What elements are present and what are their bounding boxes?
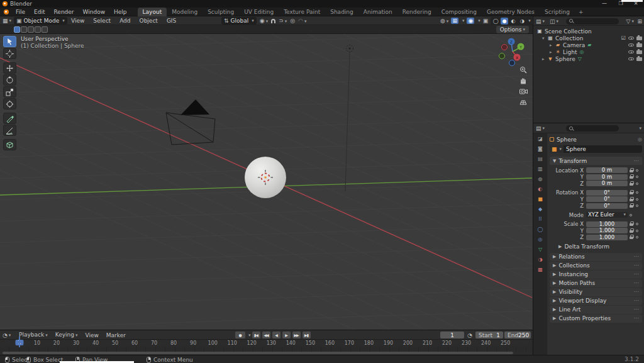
outliner-search-input[interactable] — [566, 18, 619, 25]
playback-button[interactable]: ▮◀ — [252, 332, 260, 338]
menu-item[interactable]: Render — [50, 8, 79, 16]
ruler-tick[interactable]: 230 — [462, 340, 471, 346]
workspace-tab[interactable]: Compositing — [436, 8, 482, 16]
panel-options-icon[interactable]: ··· — [633, 280, 639, 286]
outliner-row[interactable]: Scene Collection — [533, 28, 644, 35]
ruler-tick[interactable]: 110 — [228, 340, 237, 346]
select-mode-intersect[interactable] — [42, 26, 48, 33]
ruler-tick[interactable]: 180 — [364, 340, 374, 346]
expand-caret-icon[interactable] — [550, 50, 555, 55]
navigation-gizmo[interactable]: Z Y X — [496, 35, 529, 68]
object-visibility-dropdown[interactable]: ◍▾ — [440, 18, 448, 24]
animate-dot-icon[interactable] — [630, 214, 632, 216]
menu-item[interactable]: Edit — [30, 8, 49, 16]
animate-dot-icon[interactable] — [636, 176, 638, 178]
tool-cursor[interactable] — [3, 48, 16, 59]
animate-dot-icon[interactable] — [636, 182, 638, 185]
animate-dot-icon[interactable] — [636, 236, 638, 238]
lock-icon[interactable] — [630, 174, 634, 179]
lock-icon[interactable] — [630, 235, 634, 240]
outliner-display-mode[interactable]: ▤▾ — [536, 16, 545, 26]
expand-caret-icon[interactable] — [550, 43, 555, 48]
frame-start-field[interactable]: Start1 — [475, 332, 503, 338]
animate-dot-icon[interactable] — [636, 191, 638, 194]
ruler-tick[interactable]: 60 — [131, 340, 138, 346]
timeline-menu-item[interactable]: Playback▾ — [15, 330, 52, 340]
panel-options-icon[interactable]: ··· — [633, 158, 639, 164]
workspace-tab[interactable]: Shading — [325, 8, 358, 16]
menu-item[interactable]: Window — [79, 8, 110, 16]
properties-section-header[interactable]: ▶Line Art ··· — [550, 306, 642, 314]
ruler-tick[interactable]: 20 — [53, 340, 60, 346]
tool-rotate[interactable] — [3, 74, 16, 86]
panel-options-icon[interactable]: ··· — [633, 271, 639, 277]
ruler-tick[interactable]: 100 — [208, 340, 218, 346]
outliner-row[interactable]: Camera — [533, 42, 644, 48]
workspace-tab[interactable]: Geometry Nodes — [482, 8, 540, 16]
ruler-tick[interactable]: 40 — [92, 340, 99, 346]
properties-search-input[interactable] — [566, 125, 619, 131]
animate-dot-icon[interactable] — [636, 198, 638, 201]
ruler-tick[interactable]: 50 — [112, 340, 118, 346]
timeline-scrollbar[interactable] — [3, 352, 513, 354]
panel-options-icon[interactable]: ··· — [633, 254, 639, 260]
outliner-filter-dropdown[interactable]: ▽▾ — [626, 16, 634, 26]
animate-dot-icon[interactable] — [636, 223, 638, 225]
outliner-filter-mode[interactable]: ◫▾ — [550, 16, 558, 26]
playback-button[interactable]: ▶▶ — [292, 332, 301, 338]
lock-icon[interactable] — [630, 181, 634, 186]
viewport-menu-item[interactable]: Select — [89, 16, 115, 25]
playback-button[interactable]: ◀ — [272, 332, 280, 338]
viewport-menu-item[interactable]: Add — [115, 16, 135, 25]
lock-icon[interactable] — [630, 197, 634, 202]
menu-item[interactable]: Help — [109, 8, 131, 16]
eye-icon[interactable] — [628, 36, 634, 40]
properties-tab[interactable]: ◐ — [533, 184, 547, 194]
lock-icon[interactable] — [630, 221, 634, 226]
panel-options-icon[interactable]: ··· — [633, 262, 639, 269]
properties-options-caret[interactable]: ▾ — [638, 123, 641, 133]
tool-move[interactable] — [3, 62, 16, 74]
panel-options-icon[interactable]: ··· — [633, 315, 639, 321]
timeline-menu-item[interactable]: Marker — [103, 331, 130, 340]
timeline-menu-item[interactable]: View — [81, 331, 102, 340]
value-field[interactable]: 0 m — [586, 174, 628, 180]
render-visibility-icon[interactable] — [636, 43, 642, 47]
ruler-tick[interactable]: 160 — [325, 340, 335, 346]
add-workspace-button[interactable]: + — [575, 8, 587, 16]
properties-tab[interactable]: ▽ — [533, 244, 547, 254]
tool-transform[interactable] — [3, 98, 16, 109]
properties-tab[interactable]: ◑ — [533, 254, 547, 264]
lock-icon[interactable] — [630, 228, 634, 233]
delta-transform-toggle[interactable]: ▶Delta Transform — [558, 243, 642, 250]
timeline-menu-item[interactable]: Keying▾ — [52, 330, 82, 340]
animate-dot-icon[interactable] — [636, 230, 638, 232]
properties-tab[interactable]: ◎ — [533, 234, 547, 244]
workspace-tab[interactable]: Animation — [358, 8, 397, 16]
properties-tab[interactable]: ⠿ — [533, 214, 547, 224]
render-visibility-icon[interactable] — [636, 57, 642, 61]
new-collection-button[interactable]: ⊞ — [637, 16, 642, 26]
lock-icon[interactable] — [630, 190, 634, 195]
value-field[interactable]: 0 m — [586, 181, 628, 186]
properties-tab[interactable]: ◪ — [533, 133, 547, 143]
workspace-tab[interactable]: Layout — [138, 8, 167, 16]
ruler-tick[interactable]: 130 — [267, 340, 276, 346]
playhead[interactable] — [19, 337, 20, 347]
value-field[interactable]: 0 m — [586, 167, 628, 173]
proportional-editing-toggle[interactable]: ◎ — [290, 18, 295, 24]
properties-section-header[interactable]: ▶Instancing ··· — [550, 271, 642, 279]
frame-end-field[interactable]: End250 — [504, 332, 531, 338]
collection-checkbox[interactable]: ☑ — [621, 35, 626, 41]
viewport-menu-item[interactable]: Object — [135, 16, 162, 25]
pivot-point-dropdown[interactable]: ◉▾ — [260, 18, 268, 24]
ruler-tick[interactable]: 200 — [403, 340, 413, 346]
workspace-tab[interactable]: Scripting — [540, 8, 575, 16]
shading-mode-button[interactable]: ◯ — [492, 18, 499, 25]
ruler-tick[interactable]: 120 — [247, 340, 257, 346]
object-name-field[interactable]: ■▾ Sphere — [550, 145, 642, 153]
gizmos-toggle[interactable]: ⊞ — [451, 18, 458, 24]
viewport-menu-item[interactable]: GIS — [162, 16, 180, 25]
timeline-track[interactable] — [0, 347, 533, 352]
ortho-toggle-icon[interactable] — [518, 98, 528, 106]
